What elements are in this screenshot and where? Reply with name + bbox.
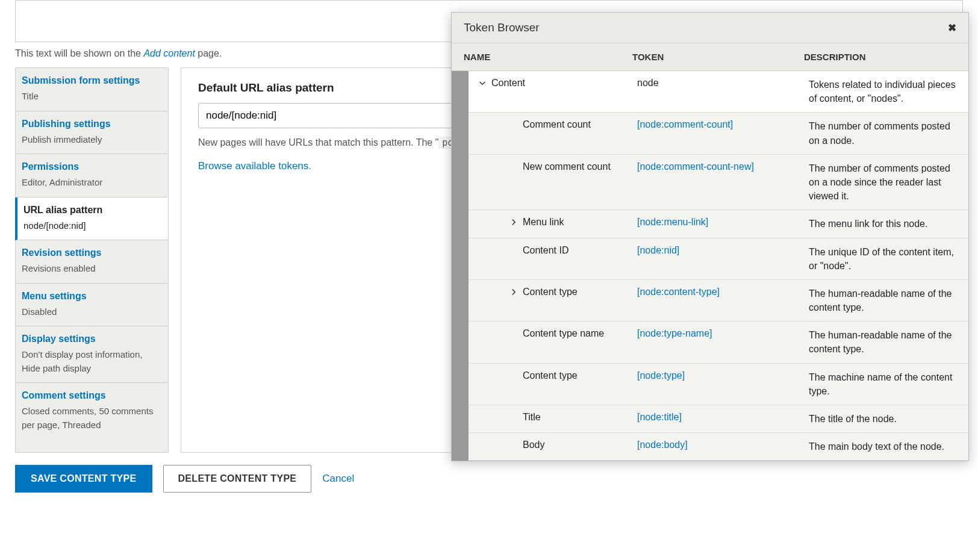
vertical-tab-summary: Don't display post information, Hide pat… [22,348,162,375]
token-value-cell: [node:type-name] [637,328,809,339]
token-name: Content type name [523,328,604,339]
token-row: New comment count[node:comment-count-new… [469,155,968,211]
add-content-link[interactable]: Add content [143,48,195,58]
vertical-tab-title: Menu settings [22,291,162,302]
dialog-titlebar: Token Browser ✖ [452,13,968,43]
token-row: Content type[node:type]The machine name … [469,364,968,405]
token-description: The menu link for this node. [809,217,956,231]
vertical-tab-summary: Publish immediately [22,133,162,147]
vertical-tab[interactable]: PermissionsEditor, Administrator [16,154,168,198]
token-value-cell: [node:content-type] [637,287,809,297]
token-link[interactable]: [node:type] [637,370,685,381]
token-description: The machine name of the content type. [809,370,956,398]
token-row: Title[node:title]The title of the node. [469,405,968,433]
token-value-cell: [node:comment-count] [637,119,809,130]
token-name: Content [491,78,525,89]
token-value-cell: node [637,78,809,89]
token-row: Content ID[node:nid]The unique ID of the… [469,238,968,280]
token-row: ContentnodeTokens related to individual … [469,71,968,113]
vertical-tab[interactable]: Comment settingsClosed comments, 50 comm… [16,383,168,439]
token-table-body: ContentnodeTokens related to individual … [452,71,968,461]
vertical-tab[interactable]: Display settingsDon't display post infor… [16,326,168,383]
token-row: Comment count[node:comment-count]The num… [469,113,968,154]
vertical-tab-title: URL alias pattern [23,205,162,216]
vertical-tab[interactable]: Publishing settingsPublish immediately [16,111,168,155]
token-value-cell: [node:type] [637,370,809,381]
vertical-tab-summary: Closed comments, 50 comments per page, T… [22,405,162,432]
token-row: Content type[node:content-type]The human… [469,280,968,322]
token-name-cell: Title [469,412,637,423]
vertical-tab-title: Submission form settings [22,75,162,86]
vertical-tab-title: Publishing settings [22,119,162,129]
token-name-cell: Content type [469,370,637,381]
token-row: Menu link[node:menu-link]The menu link f… [469,210,968,238]
token-link[interactable]: [node:comment-count-new] [637,161,754,172]
token-link[interactable]: [node:type-name] [637,328,712,338]
cancel-link[interactable]: Cancel [322,473,354,485]
token-name: Body [523,440,544,450]
token-description: The unique ID of the content item, or "n… [809,245,956,273]
chevron-right-icon[interactable] [509,219,518,226]
save-button[interactable]: SAVE CONTENT TYPE [15,465,152,493]
browse-tokens-link[interactable]: Browse available tokens. [198,160,311,172]
token-description: The number of comments posted on a node … [809,161,956,204]
header-name: NAME [464,52,632,62]
token-description: The main body text of the node. [809,440,956,453]
token-description: The title of the node. [809,412,956,426]
token-description: Tokens related to individual pieces of c… [809,78,956,105]
token-description: The number of comments posted on a node. [809,119,956,147]
token-description: The human-readable name of the content t… [809,287,956,314]
token-link[interactable]: [node:content-type] [637,287,720,297]
token-link[interactable]: [node:menu-link] [637,217,708,227]
vertical-tab[interactable]: Submission form settingsTitle [16,68,168,111]
delete-button[interactable]: DELETE CONTENT TYPE [163,465,312,493]
token-name: New comment count [523,161,611,172]
form-actions: SAVE CONTENT TYPE DELETE CONTENT TYPE Ca… [15,465,963,493]
token-name-cell[interactable]: Content type [469,287,637,297]
token-name: Title [523,412,541,423]
vertical-tabs: Submission form settingsTitlePublishing … [15,67,169,453]
token-name-cell: Body [469,440,637,450]
dialog-title: Token Browser [464,21,540,34]
token-link[interactable]: [node:body] [637,440,688,450]
vertical-tab-summary: Title [22,90,162,104]
token-description: The human-readable name of the content t… [809,328,956,356]
token-name-cell[interactable]: Content [469,78,637,89]
token-name: Comment count [523,119,591,130]
header-token: TOKEN [632,52,804,62]
close-icon[interactable]: ✖ [948,22,956,34]
vertical-tab-title: Permissions [22,161,162,172]
token-name-cell: Content type name [469,328,637,339]
token-link[interactable]: [node:comment-count] [637,119,733,129]
vertical-tab-summary: node/[node:nid] [23,219,162,233]
dialog-scrollbar-gutter[interactable] [452,71,469,461]
chevron-down-icon[interactable] [478,79,487,87]
token-name: Menu link [523,217,564,228]
chevron-right-icon[interactable] [509,288,518,296]
vertical-tab-title: Revision settings [22,247,162,258]
token-name-cell: Content ID [469,245,637,256]
vertical-tab-title: Comment settings [22,390,162,401]
token-link[interactable]: [node:nid] [637,245,679,255]
vertical-tab-summary: Disabled [22,305,162,319]
token-value-cell: [node:comment-count-new] [637,161,809,172]
token-name: Content ID [523,245,568,256]
token-row: Content type name[node:type-name]The hum… [469,322,968,363]
token-name-cell[interactable]: Menu link [469,217,637,228]
token-link[interactable]: [node:title] [637,412,682,422]
token-name-cell: Comment count [469,119,637,130]
vertical-tab-title: Display settings [22,334,162,344]
token-value-cell: [node:title] [637,412,809,423]
token-name: Content type [523,287,578,297]
vertical-tab[interactable]: Menu settingsDisabled [16,284,168,327]
token-value-cell: [node:nid] [637,245,809,256]
vertical-tab[interactable]: Revision settingsRevisions enabled [16,240,168,284]
token-name-cell: New comment count [469,161,637,172]
token-value-cell: [node:menu-link] [637,217,809,228]
token-name: Content type [523,370,578,381]
vertical-tab-summary: Revisions enabled [22,262,162,276]
token-row: Body[node:body]The main body text of the… [469,433,968,461]
token-table-header: NAME TOKEN DESCRIPTION [452,43,968,71]
vertical-tab[interactable]: URL alias patternnode/[node:nid] [15,198,168,241]
vertical-tab-summary: Editor, Administrator [22,176,162,190]
